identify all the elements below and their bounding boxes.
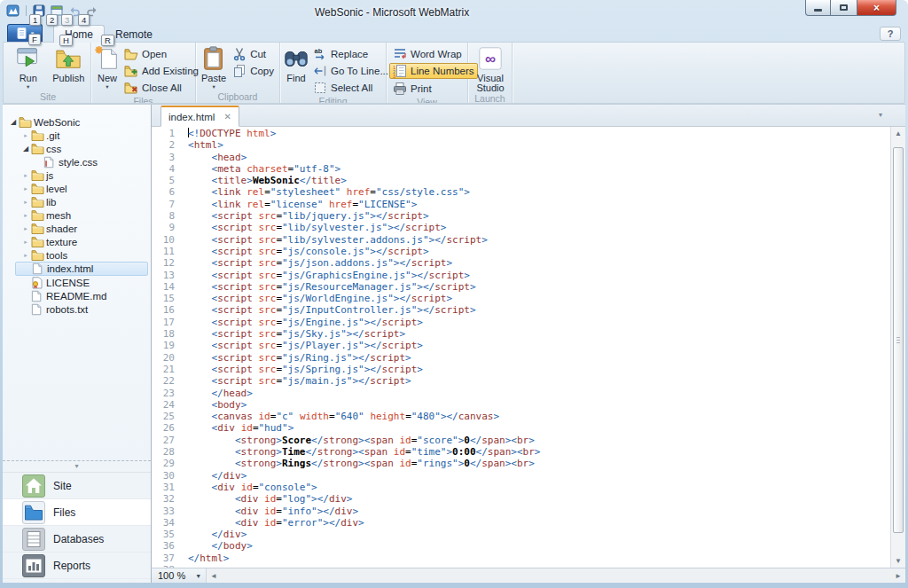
tree-item-label: level [46, 184, 67, 194]
nav-site[interactable]: Site [3, 473, 151, 499]
sidebar-splitter[interactable]: ▾ [3, 460, 151, 472]
expander-closed-icon[interactable]: ▸ [20, 195, 31, 208]
code-token: html [247, 128, 270, 139]
tree-item-mesh[interactable]: ▸mesh [3, 208, 151, 222]
code-token: > [405, 375, 411, 387]
code-token: script [217, 210, 253, 222]
scroll-up-icon[interactable]: ▲ [891, 129, 905, 138]
code-editor[interactable]: 1<!DOCTYPE html>2<html>3 <head>4 <meta c… [152, 127, 905, 568]
code-token [188, 411, 212, 422]
expander-closed-icon[interactable]: ▸ [20, 169, 31, 182]
nav-databases[interactable]: Databases [3, 526, 151, 553]
code-token: "rings" [417, 458, 458, 469]
publish-button[interactable]: Publish [49, 44, 90, 91]
code-token: ></ [352, 352, 370, 364]
expander-open-icon[interactable]: ◢ [8, 115, 19, 129]
code-token: "license" [270, 199, 324, 210]
code-token: script [429, 270, 465, 281]
scroll-down-icon[interactable]: ▼ [891, 557, 905, 566]
line-number: 10 [152, 234, 182, 246]
code-token: < [235, 435, 241, 446]
code-token: ></ [364, 317, 382, 328]
tree-item-readme-md[interactable]: README.md [3, 289, 151, 302]
horizontal-scrollbar[interactable]: ◄ ► [207, 568, 905, 583]
code-token: script [217, 375, 253, 387]
visual-studio-button[interactable]: ∞Visual Studio [471, 44, 510, 93]
close-all-button[interactable]: Close All [121, 79, 202, 96]
tree-item-level[interactable]: ▸level [3, 182, 151, 195]
title-bar[interactable]: WebSonic - Microsoft WebMatrix × [0, 0, 908, 25]
expander-closed-icon[interactable]: ▸ [20, 129, 31, 142]
file-tree[interactable]: ◢WebSonic▸.git◢cssstyle.css▸js▸level▸lib… [3, 105, 151, 460]
code-line: 14 <script src="js/ResourceManager.js"><… [152, 281, 890, 293]
expander-closed-icon[interactable]: ▸ [20, 222, 31, 235]
code-token: > [458, 458, 465, 469]
code-token: > [276, 435, 282, 446]
tree-item-style-css[interactable]: style.css [3, 155, 151, 169]
tree-item-lib[interactable]: ▸lib [3, 195, 151, 208]
word-wrap-button[interactable]: Word Wrap [389, 45, 478, 62]
code-token: strong [241, 446, 277, 458]
expander-closed-icon[interactable]: ▸ [20, 248, 31, 262]
scrollbar-thumb[interactable] [893, 147, 904, 533]
vertical-scrollbar[interactable]: ▲ ▼ [890, 127, 905, 568]
close-button[interactable]: × [857, 0, 896, 16]
tree-item-label: js [46, 170, 53, 181]
code-token [188, 470, 212, 482]
code-token: > [411, 199, 418, 210]
expander-closed-icon[interactable]: ▸ [20, 208, 31, 222]
folder-icon [31, 236, 46, 247]
zoom-control[interactable]: 100 % ▼ [152, 568, 207, 583]
paste-button[interactable]: Paste▾ [199, 44, 229, 91]
tab-list-chevron-icon[interactable]: ▾ [879, 111, 882, 119]
tree-item-tools[interactable]: ▸tools [3, 248, 151, 262]
code-line: 20 <script src="js/Ring.js"></script> [152, 352, 890, 364]
zoom-dropdown-icon[interactable]: ▼ [195, 573, 201, 579]
add-existing-button[interactable]: Add Existing [121, 62, 202, 79]
find-button[interactable]: Find [283, 44, 309, 96]
scroll-left-icon[interactable]: ◄ [210, 570, 217, 582]
line-numbers-button[interactable]: 123Line Numbers [389, 63, 478, 79]
tree-item-js[interactable]: ▸js [3, 169, 151, 182]
tree-item-license[interactable]: LICENSE [3, 276, 151, 289]
nav-files[interactable]: Files [3, 499, 151, 526]
tree-item-label: texture [46, 237, 77, 247]
tab-close-icon[interactable]: ✕ [223, 113, 231, 122]
code-token: < [212, 411, 218, 422]
help-button[interactable]: ? [880, 27, 901, 41]
expander-closed-icon[interactable]: ▸ [20, 235, 31, 248]
button-label: Select All [331, 82, 372, 93]
copy-button[interactable]: Copy [229, 62, 278, 79]
tree-item-robots-txt[interactable]: robots.txt [3, 302, 151, 316]
code-line: 21 <script src="js/Spring.js"></script> [152, 364, 890, 375]
tree-item-texture[interactable]: ▸texture [3, 235, 151, 248]
code-token: ></ [370, 246, 387, 257]
tree-item-websonic[interactable]: ◢WebSonic [3, 115, 151, 129]
tree-item-shader[interactable]: ▸shader [3, 222, 151, 235]
keytip-4: 4 [78, 14, 90, 26]
minimize-button[interactable] [805, 0, 831, 16]
code-token: </ [311, 435, 323, 446]
tree-item-index-html[interactable]: index.html [15, 262, 148, 276]
scroll-right-icon[interactable]: ► [895, 570, 902, 582]
select-all-button[interactable]: Select All [309, 79, 392, 96]
print-button[interactable]: Print [389, 80, 478, 97]
editor-tab-index-html[interactable]: index.html ✕ [160, 106, 239, 127]
new-button[interactable]: New▾ [94, 44, 121, 96]
code-token: ></ [347, 328, 364, 340]
replace-button[interactable]: abReplace [309, 45, 392, 62]
open-button[interactable]: Open [121, 45, 202, 62]
code-token [258, 493, 264, 505]
run-button[interactable]: Run▾ [8, 44, 49, 91]
ribbon-group-label: Files [91, 96, 195, 104]
code-token: strong [241, 435, 277, 446]
tree-item-git[interactable]: ▸.git [3, 129, 151, 142]
expander-open-icon[interactable]: ◢ [20, 142, 31, 155]
nav-reports[interactable]: Reports [3, 553, 151, 579]
cut-button[interactable]: Cut [229, 45, 278, 62]
expander-closed-icon[interactable]: ▸ [20, 182, 31, 195]
go-to-line-button[interactable]: Go To Line... [309, 62, 392, 79]
maximize-button[interactable] [831, 0, 857, 16]
tree-item-css[interactable]: ◢css [3, 142, 151, 155]
code-token [188, 482, 212, 493]
